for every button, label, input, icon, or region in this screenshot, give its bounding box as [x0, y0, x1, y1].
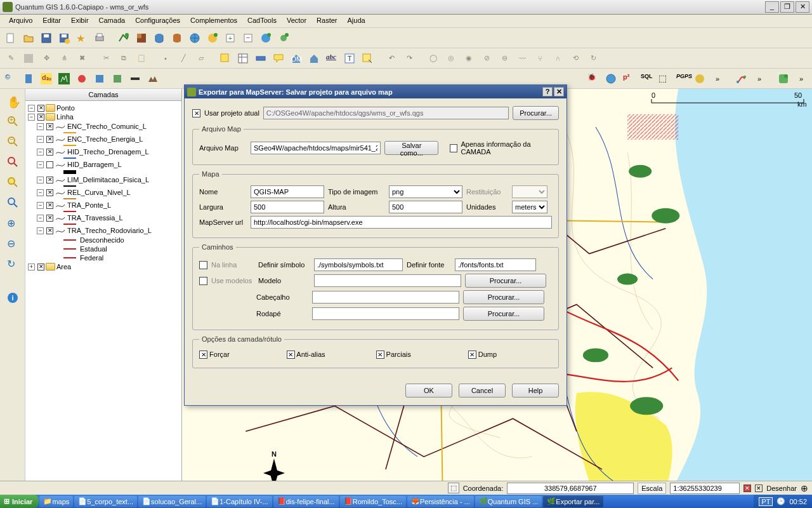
text-icon[interactable]: T: [341, 50, 358, 67]
zoom-in-icon[interactable]: +: [3, 112, 22, 131]
add-postgis-icon[interactable]: [151, 30, 167, 46]
coord-input[interactable]: [507, 483, 634, 494]
label-icon[interactable]: abc: [324, 50, 340, 67]
more2-icon[interactable]: »: [751, 70, 768, 87]
terrain-icon[interactable]: [145, 70, 161, 87]
menu-exibir[interactable]: Exibir: [66, 15, 94, 27]
rotate-icon[interactable]: ⟲: [567, 50, 584, 67]
tree-layer[interactable]: ENC_Trecho_Energia_L: [67, 135, 143, 143]
undo-icon[interactable]: ↶: [383, 50, 400, 67]
cut-icon[interactable]: ✂: [98, 50, 114, 67]
close-button[interactable]: ✕: [796, 1, 809, 13]
desenhar-checkbox[interactable]: ✕: [755, 485, 763, 492]
menu-complementos[interactable]: Complementos: [185, 15, 242, 27]
expand-icon[interactable]: −: [37, 136, 44, 143]
edit-icon[interactable]: ✎: [3, 50, 19, 67]
refresh-icon[interactable]: ↻: [3, 254, 22, 273]
expand-icon[interactable]: −: [37, 123, 44, 130]
capture-poly-icon[interactable]: ▱: [193, 50, 209, 67]
cabecalho-input[interactable]: [312, 291, 459, 304]
apenas-checkbox[interactable]: [450, 144, 457, 152]
checkbox[interactable]: ✕: [46, 149, 53, 156]
usemodelos-checkbox[interactable]: [199, 277, 207, 285]
tree-layer[interactable]: HID_Barragem_L: [67, 161, 122, 168]
tree-sublayer[interactable]: Federal: [80, 254, 103, 262]
taskbar-item[interactable]: 🦊 Persistência - ...: [407, 496, 474, 507]
tree-group-area[interactable]: Area: [56, 263, 71, 271]
forcar-checkbox[interactable]: ✕: [199, 351, 207, 359]
taskbar-item[interactable]: 📁 maps: [39, 496, 73, 507]
plugin2-icon[interactable]: [91, 70, 108, 87]
plugin3-icon[interactable]: [109, 70, 126, 87]
split-icon[interactable]: ⑂: [532, 50, 548, 67]
more-icon[interactable]: »: [709, 70, 726, 87]
save-as-icon[interactable]: [56, 30, 72, 46]
checkbox[interactable]: ✕: [46, 202, 53, 209]
more3-icon[interactable]: »: [793, 70, 809, 87]
ring-icon[interactable]: ◎: [443, 50, 459, 67]
sql-icon[interactable]: SQL: [638, 70, 655, 87]
tree-group-ponto[interactable]: Ponto: [56, 104, 75, 112]
zoom-selection-icon[interactable]: [3, 173, 22, 192]
checkbox[interactable]: ✕: [46, 123, 53, 130]
delete-feature-icon[interactable]: ✖: [74, 50, 90, 67]
copyright-icon[interactable]: ©: [3, 70, 19, 87]
procurar-project-button[interactable]: Procurar...: [513, 106, 559, 120]
add-wms-icon[interactable]: [187, 30, 203, 46]
antialias-checkbox[interactable]: ✕: [287, 351, 295, 359]
capture-line-icon[interactable]: ╱: [175, 50, 192, 67]
menu-camada[interactable]: Camada: [94, 15, 131, 27]
nalinha-checkbox[interactable]: [199, 261, 207, 269]
plugin1-icon[interactable]: [74, 70, 90, 87]
add-gps-icon[interactable]: [275, 30, 292, 46]
tray-icon[interactable]: 🕒: [776, 497, 785, 505]
parciais-checkbox[interactable]: ✕: [376, 351, 384, 359]
procurar-modelo-button[interactable]: Procurar...: [465, 274, 546, 288]
del-ring-icon[interactable]: ⊘: [478, 50, 495, 67]
remove-layer-icon[interactable]: −: [240, 30, 256, 46]
expand-icon[interactable]: −: [37, 227, 44, 234]
stop-render-button[interactable]: ✕: [743, 485, 751, 492]
expand-icon[interactable]: −: [28, 105, 35, 112]
new-layer-icon[interactable]: +: [222, 30, 239, 46]
procurar-rodape-button[interactable]: Procurar...: [463, 307, 544, 321]
zoom-next-icon[interactable]: ⊖: [3, 234, 22, 253]
deffon-input[interactable]: [455, 258, 536, 271]
tree-layer[interactable]: TRA_Travessia_L: [67, 214, 123, 222]
add-raster-icon[interactable]: [133, 30, 150, 46]
defsim-input[interactable]: [314, 258, 403, 271]
lang-indicator[interactable]: PT: [759, 497, 773, 506]
taskbar-item[interactable]: 📄 1-Capítulo IV-...: [207, 496, 272, 507]
copy-icon[interactable]: ⧉: [115, 50, 132, 67]
globe-icon[interactable]: [603, 70, 619, 87]
layer-tree[interactable]: −✕ Ponto −✕ Linha −✕ ENC_Trecho_Comunic_…: [25, 101, 181, 508]
select-rect-icon[interactable]: [359, 50, 376, 67]
expand-icon[interactable]: −: [37, 215, 44, 222]
home-icon[interactable]: HOME: [288, 50, 304, 67]
checkbox[interactable]: ✕: [46, 189, 53, 196]
info-icon[interactable]: i: [3, 288, 22, 307]
tree-layer[interactable]: REL_Curva_Nivel_L: [67, 189, 131, 196]
taskbar-item[interactable]: 🌿 Quantum GIS ...: [475, 496, 542, 507]
taskbar-item-active[interactable]: 🌿 Exportar par...: [543, 496, 603, 507]
menu-ajuda[interactable]: Ajuda: [343, 15, 370, 27]
escala-input[interactable]: [670, 483, 740, 494]
route-icon[interactable]: [733, 70, 750, 87]
tree-group-linha[interactable]: Linha: [56, 113, 74, 121]
add-wfs-icon[interactable]: [204, 30, 221, 46]
save-edit-icon[interactable]: [20, 50, 37, 67]
expand-icon[interactable]: −: [37, 177, 44, 184]
add-delimited-icon[interactable]: [258, 30, 274, 46]
start-button[interactable]: ⊞Iniciar: [0, 495, 39, 508]
checkbox[interactable]: ✕: [46, 136, 53, 143]
maptip-icon[interactable]: [270, 50, 287, 67]
help-button[interactable]: Help: [512, 384, 559, 398]
checkbox[interactable]: ✕: [37, 105, 44, 112]
menu-raster[interactable]: Raster: [311, 15, 342, 27]
checkbox[interactable]: ✕: [46, 215, 53, 222]
node-tool-icon[interactable]: ⋔: [56, 50, 72, 67]
new-project-icon[interactable]: [3, 30, 19, 46]
move-feature-icon[interactable]: ✥: [38, 50, 55, 67]
ok-button[interactable]: OK: [405, 384, 452, 398]
print-icon[interactable]: [91, 30, 108, 46]
